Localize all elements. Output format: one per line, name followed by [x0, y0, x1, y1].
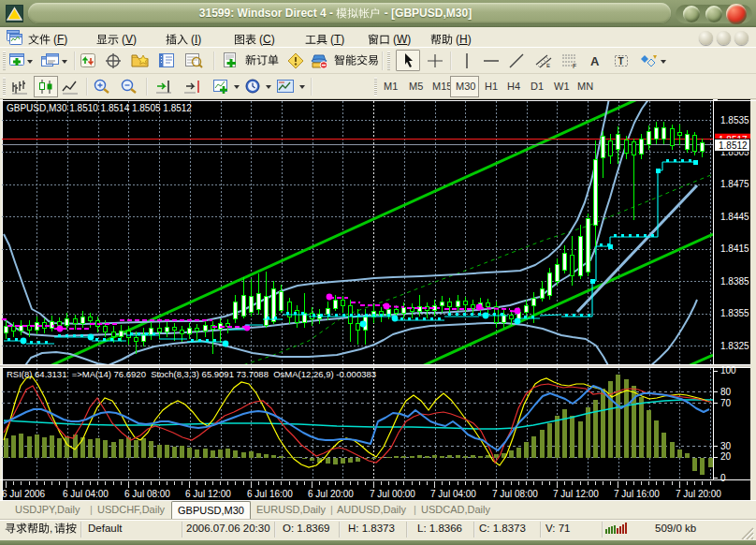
svg-text:6 Jul 16:00: 6 Jul 16:00	[247, 489, 293, 499]
svg-text:1.8475: 1.8475	[720, 179, 749, 189]
svg-text:1.8325: 1.8325	[720, 341, 749, 351]
svg-text:30: 30	[720, 441, 732, 451]
svg-text:6 Jul 20:00: 6 Jul 20:00	[308, 489, 354, 499]
svg-text:T: T	[618, 56, 624, 66]
svg-text:1.8512: 1.8512	[719, 140, 748, 151]
svg-text:0: 0	[720, 473, 726, 483]
svg-text:1.8415: 1.8415	[720, 243, 749, 254]
svg-text:6 Jul 12:00: 6 Jul 12:00	[185, 489, 231, 499]
svg-text:1.8535: 1.8535	[720, 115, 749, 125]
svg-text:7 Jul 12:00: 7 Jul 12:00	[553, 489, 599, 499]
svg-text:6 Jul 08:00: 6 Jul 08:00	[124, 489, 170, 499]
svg-text:1.8385: 1.8385	[720, 276, 749, 287]
svg-text:1.8445: 1.8445	[720, 212, 749, 222]
svg-text:7 Jul 16:00: 7 Jul 16:00	[614, 489, 660, 499]
svg-text:6 Jul 04:00: 6 Jul 04:00	[63, 489, 109, 499]
svg-text:6 Jul 2006: 6 Jul 2006	[2, 489, 46, 499]
svg-text:7 Jul 08:00: 7 Jul 08:00	[492, 489, 538, 499]
svg-text:70: 70	[720, 398, 732, 408]
svg-text:100: 100	[720, 365, 736, 376]
svg-text:E: E	[546, 63, 550, 68]
svg-text:20: 20	[720, 451, 732, 462]
svg-text:GBPUSD,M30 1.8510 1.8514 1.85: GBPUSD,M30 1.8510 1.8514 1.8505 1.8512	[7, 103, 192, 113]
svg-text:RSI(8) 64.3131 =>MA(14) 76.69: RSI(8) 64.3131 =>MA(14) 76.6920 Stoch(8,…	[7, 369, 376, 379]
svg-text:F: F	[573, 63, 576, 68]
svg-text:1.8355: 1.8355	[720, 308, 749, 318]
svg-text:7 Jul 20:00: 7 Jul 20:00	[676, 489, 721, 499]
svg-text:7 Jul 04:00: 7 Jul 04:00	[430, 489, 476, 499]
svg-text:80: 80	[720, 387, 732, 397]
svg-text:7 Jul 00:00: 7 Jul 00:00	[370, 489, 415, 499]
